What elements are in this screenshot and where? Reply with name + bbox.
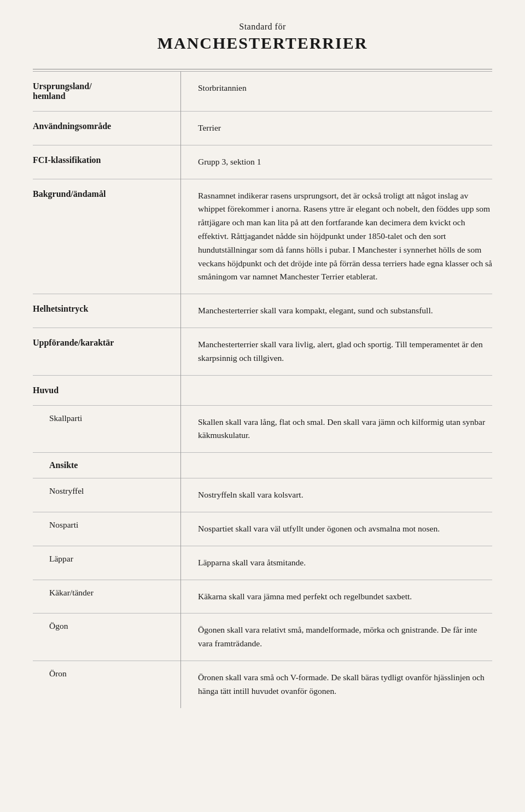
table-row: Huvud	[33, 375, 492, 405]
row-content-skallparti: Skallen skall vara lång, flat och smal. …	[182, 405, 492, 453]
row-content-ansikte	[182, 453, 492, 478]
table-row: Uppförande/karaktär Manchesterterrier sk…	[33, 328, 492, 375]
table-row: Användningsområde Terrier	[33, 112, 492, 145]
row-label-bakgrund: Bakgrund/ändamål	[33, 179, 180, 294]
content-table: Ursprungsland/ hemland Storbritannien An…	[33, 72, 492, 708]
row-content-anvandningsomrade: Terrier	[182, 112, 492, 145]
row-label-ansikte: Ansikte	[33, 453, 180, 478]
row-content-huvud	[182, 375, 492, 405]
row-label-anvandningsomrade: Användningsområde	[33, 112, 180, 145]
row-label-ogon: Ögon	[33, 614, 180, 661]
row-label-nosparti: Nosparti	[33, 512, 180, 546]
table-row: FCI-klassifikation Grupp 3, sektion 1	[33, 145, 492, 179]
row-content-nosparti: Nospartiet skall vara väl utfyllt under …	[182, 512, 492, 546]
row-label-helhetsintryck: Helhetsintryck	[33, 294, 180, 328]
table-row: Ursprungsland/ hemland Storbritannien	[33, 72, 492, 112]
row-content-fci-klassifikation: Grupp 3, sektion 1	[182, 145, 492, 179]
row-label-skallparti: Skallparti	[33, 405, 180, 453]
row-label-uppforande: Uppförande/karaktär	[33, 328, 180, 375]
table-row: Käkar/tänder Käkarna skall vara jämna me…	[33, 580, 492, 614]
row-label-nostryffel: Nostryffel	[33, 478, 180, 512]
row-content-lappar: Läpparna skall vara åtsmitande.	[182, 546, 492, 580]
row-label-lappar: Läppar	[33, 546, 180, 580]
table-row: Öron Öronen skall vara små och V-formade…	[33, 661, 492, 708]
row-content-nostryffel: Nostryffeln skall vara kolsvart.	[182, 478, 492, 512]
row-label-ursprungsland: Ursprungsland/ hemland	[33, 72, 180, 112]
row-content-uppforande: Manchesterterrier skall vara livlig, ale…	[182, 328, 492, 375]
header-title: MANCHESTERTERRIER	[33, 34, 492, 52]
row-label-kakar: Käkar/tänder	[33, 580, 180, 614]
table-row: Nostryffel Nostryffeln skall vara kolsva…	[33, 478, 492, 512]
table-row: Nosparti Nospartiet skall vara väl utfyl…	[33, 512, 492, 546]
table-row: Bakgrund/ändamål Rasnamnet indikerar ras…	[33, 179, 492, 294]
row-content-ursprungsland: Storbritannien	[182, 72, 492, 112]
row-content-bakgrund: Rasnamnet indikerar rasens ursprungsort,…	[182, 179, 492, 294]
row-content-kakar: Käkarna skall vara jämna med perfekt och…	[182, 580, 492, 614]
row-content-oron: Öronen skall vara små och V-formade. De …	[182, 661, 492, 708]
table-row: Ögon Ögonen skall vara relativt små, man…	[33, 614, 492, 661]
row-label-oron: Öron	[33, 661, 180, 708]
table-row: Helhetsintryck Manchesterterrier skall v…	[33, 294, 492, 328]
row-label-huvud: Huvud	[33, 375, 180, 405]
table-row: Skallparti Skallen skall vara lång, flat…	[33, 405, 492, 453]
row-label-fci-klassifikation: FCI-klassifikation	[33, 145, 180, 179]
top-divider	[33, 69, 492, 69]
table-row: Ansikte	[33, 453, 492, 478]
page: Standard för MANCHESTERTERRIER Ursprungs…	[0, 0, 525, 741]
header-subtitle: Standard för	[33, 22, 492, 32]
row-content-ogon: Ögonen skall vara relativt små, mandelfo…	[182, 614, 492, 661]
row-content-helhetsintryck: Manchesterterrier skall vara kompakt, el…	[182, 294, 492, 328]
table-row: Läppar Läpparna skall vara åtsmitande.	[33, 546, 492, 580]
page-header: Standard för MANCHESTERTERRIER	[33, 22, 492, 52]
